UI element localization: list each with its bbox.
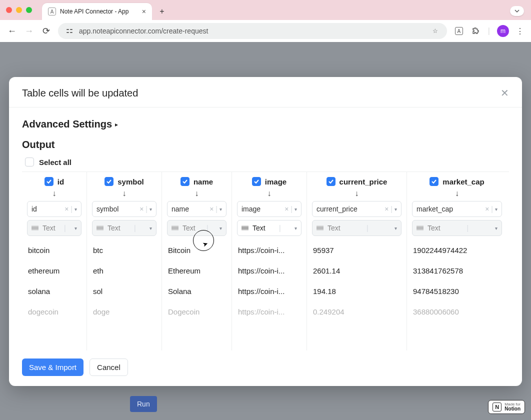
clear-icon[interactable]: × [64,205,68,213]
type-select[interactable]: Text |▾ [167,220,226,236]
table-cell: https://coin-i... [232,260,306,281]
chevron-down-icon[interactable]: ▾ [74,206,77,212]
column-checkbox[interactable] [252,177,261,186]
tab-overflow-button[interactable] [510,6,524,16]
type-select[interactable]: Text |▾ [237,220,302,236]
table-cell: Bitcoin [162,240,232,260]
clear-icon[interactable]: × [210,205,214,213]
run-button[interactable]: Run [130,396,157,412]
column-checkbox[interactable] [430,177,438,186]
browser-toolbar: ← → ⟳ app.noteapiconnector.com/create-re… [0,20,531,42]
select-all-row[interactable]: Select all [25,158,509,166]
svg-rect-1 [70,29,72,30]
table-cell: ethereum [22,260,86,281]
type-select[interactable]: Text |▾ [92,220,156,236]
text-type-icon [416,225,424,232]
advanced-settings-toggle[interactable]: Advanced Settings ▸ [22,118,509,130]
tab-favicon: A [48,8,56,16]
field-mapping-select[interactable]: name ×|▾ [167,201,226,217]
chevron-down-icon[interactable]: ▾ [394,226,397,231]
arrow-down-icon: ↓ [455,189,459,198]
table-cell: Solana [162,281,232,302]
column-key-label: image [265,178,286,186]
column-id: id ↓ id ×|▾ Text |▾ bitcoin ethereum so [22,172,87,350]
chevron-down-icon[interactable]: ▾ [394,206,397,212]
column-header[interactable]: current_price [326,177,388,186]
field-mapping-select[interactable]: image ×|▾ [237,201,302,217]
field-mapping-select[interactable]: symbol ×|▾ [92,201,156,217]
site-settings-icon[interactable] [65,26,74,36]
chevron-down-icon[interactable]: ▾ [74,226,77,231]
type-label: Text [328,224,340,232]
address-bar[interactable]: app.noteapiconnector.com/create-request … [58,23,447,39]
column-checkbox[interactable] [104,177,114,186]
clear-icon[interactable]: × [485,205,489,213]
field-mapping-select[interactable]: id ×|▾ [27,201,82,217]
chevron-down-icon[interactable]: ▾ [495,226,498,231]
window-minimize[interactable] [16,7,22,13]
column-header[interactable]: name [180,177,213,186]
column-checkbox[interactable] [180,177,190,186]
type-label: Text [428,224,440,232]
extension-icon[interactable]: A [454,26,464,36]
column-header[interactable]: image [252,177,286,186]
field-mapping-select[interactable]: current_price ×|▾ [312,201,402,217]
clear-icon[interactable]: × [284,205,288,213]
back-button[interactable]: ← [7,26,17,36]
column-header[interactable]: symbol [104,177,144,186]
chevron-down-icon[interactable]: ▾ [220,226,222,231]
column-header[interactable]: market_cap [430,177,484,186]
column-checkbox[interactable] [44,177,54,186]
chevron-down-icon[interactable]: ▾ [294,226,297,231]
chevron-down-icon[interactable]: ▾ [150,206,152,212]
column-checkbox[interactable] [326,177,336,186]
chevron-down-icon[interactable]: ▾ [150,226,152,231]
chevron-down-icon[interactable]: ▾ [294,206,297,212]
type-select[interactable]: Text |▾ [27,220,82,236]
column-market-cap: market_cap ↓ market_cap ×|▾ Text |▾ 1902… [407,172,507,350]
table-cell: https://coin-i... [232,240,306,260]
advanced-settings-label: Advanced Settings [22,118,112,130]
reload-button[interactable]: ⟳ [41,26,51,36]
cancel-button[interactable]: Cancel [90,358,128,376]
window-maximize[interactable] [26,7,32,13]
column-name: name ↓ name ×|▾ Text |▾ Bitcoin Ethereum [162,172,232,350]
column-key-label: market_cap [442,178,484,186]
new-tab-button[interactable]: + [155,7,169,16]
table-cell: 36880006060 [407,302,507,322]
table-cell: 94784518230 [407,281,507,302]
save-import-button[interactable]: Save & Import [22,358,84,376]
notion-logo-icon: N [492,402,502,412]
arrow-down-icon: ↓ [268,189,272,198]
field-mapping-value: current_price [316,205,358,213]
table-cell: 2601.14 [307,260,406,281]
table-cell: Dogecoin [162,302,232,322]
type-select[interactable]: Text |▾ [412,220,502,236]
tab-close-icon[interactable]: × [142,8,146,16]
window-close[interactable] [6,7,12,13]
type-label: Text [252,224,266,232]
field-mapping-select[interactable]: market_cap ×|▾ [412,201,502,217]
bookmark-icon[interactable]: ☆ [431,26,440,36]
select-all-label: Select all [39,158,72,166]
field-mapping-value: market_cap [416,205,453,213]
column-current-price: current_price ↓ current_price ×|▾ Text |… [307,172,407,350]
clear-icon[interactable]: × [140,205,144,213]
profile-avatar[interactable]: m [497,25,509,37]
tab-title: Note API Connector - App [60,8,138,15]
notion-badge[interactable]: N Made for Notion [488,400,525,414]
browser-tab[interactable]: A Note API Connector - App × [42,3,152,20]
close-icon[interactable]: ✕ [500,87,509,99]
column-header[interactable]: id [44,177,64,186]
forward-button[interactable]: → [24,26,34,36]
caret-right-icon: ▸ [115,121,118,128]
extensions-menu-icon[interactable] [471,26,481,36]
chevron-down-icon[interactable]: ▾ [220,206,222,212]
column-key-label: symbol [118,178,144,186]
select-all-checkbox[interactable] [25,158,34,166]
clear-icon[interactable]: × [384,205,388,213]
arrow-down-icon: ↓ [52,189,56,198]
browser-menu-icon[interactable]: ⋮ [516,26,524,36]
type-select[interactable]: Text |▾ [312,220,402,236]
chevron-down-icon[interactable]: ▾ [495,206,498,212]
